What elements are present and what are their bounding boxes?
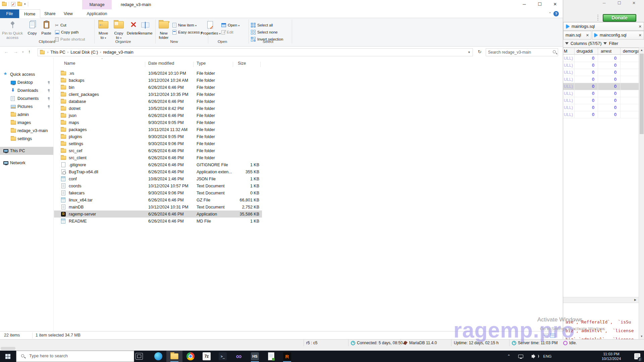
new-folder-shortcut-icon[interactable]: [17, 2, 22, 6]
horizontal-scrollbar[interactable]: ▶: [563, 297, 639, 303]
breadcrumb-current-folder[interactable]: redage_v3-main: [101, 49, 135, 56]
grid-row[interactable]: ULL) 0 0: [563, 97, 639, 104]
up-button[interactable]: ↑: [28, 49, 31, 54]
column-header-type[interactable]: Type: [197, 61, 206, 66]
close-icon[interactable]: [584, 33, 591, 38]
copy-path-button[interactable]: Copy path: [55, 29, 78, 35]
filter-dropdown[interactable]: Filter: [609, 41, 618, 46]
file-row[interactable]: settings 9/30/2024 9:06 PM File folder: [54, 140, 262, 147]
properties-button[interactable]: Properties: [201, 19, 219, 36]
sidebar-item-quick-access[interactable]: Quick access: [0, 70, 53, 78]
grid-row[interactable]: ULL) 0 0: [563, 111, 639, 118]
file-row[interactable]: linux_x64.tar 6/26/2024 6:46 PM GZ File …: [54, 196, 262, 203]
grid-row[interactable]: ULL) 0 0: [563, 55, 639, 62]
back-button[interactable]: ←: [4, 49, 9, 54]
scroll-right-icon[interactable]: ▶: [633, 297, 638, 303]
help-icon[interactable]: ?: [553, 11, 559, 16]
column-header-date[interactable]: Date modified: [148, 61, 174, 66]
tab-home[interactable]: Home: [19, 9, 40, 18]
sidebar-item-redage-v3-main[interactable]: redage_v3-main: [0, 127, 53, 135]
open-button[interactable]: Open: [221, 22, 239, 28]
file-row[interactable]: backups 10/12/2024 10:24 AM File folder: [54, 77, 262, 84]
taskbar-app-7zip[interactable]: 7z: [199, 351, 215, 362]
cut-button[interactable]: ✂Cut: [55, 22, 66, 28]
file-row[interactable]: src_cef 6/26/2024 6:46 PM File folder: [54, 147, 262, 154]
rename-button[interactable]: Rename: [137, 19, 154, 36]
close-button[interactable]: ✕: [547, 0, 563, 9]
taskbar-app-edge[interactable]: [150, 351, 166, 362]
file-row[interactable]: BugTrap-x64.dll 6/26/2024 6:46 PM Applic…: [54, 168, 262, 175]
sidebar-item-documents[interactable]: Documents: [0, 95, 53, 103]
sidebar-item-desktop[interactable]: Desktop: [0, 78, 53, 86]
taskbar-search-box[interactable]: [16, 351, 134, 362]
network-icon[interactable]: [516, 351, 526, 362]
refresh-button[interactable]: ↻: [476, 48, 484, 56]
file-row[interactable]: database 6/26/2024 6:46 PM File folder: [54, 98, 262, 105]
select-all-button[interactable]: Select all: [251, 22, 273, 28]
close-button[interactable]: ✕: [632, 1, 636, 5]
copy-button[interactable]: Copy: [25, 19, 39, 36]
scroll-up-icon[interactable]: ▲: [639, 48, 644, 53]
file-row[interactable]: fakecars 9/30/2024 9:06 PM Text Document…: [54, 189, 262, 196]
properties-shortcut-icon[interactable]: ✓: [11, 2, 15, 6]
edit-button[interactable]: Edit: [221, 29, 233, 35]
file-row[interactable]: .gitignore 6/26/2024 6:46 PM GITIGNORE F…: [54, 161, 262, 168]
file-row[interactable]: maps 9/30/2024 9:05 PM File folder: [54, 119, 262, 126]
taskbar-app-chrome[interactable]: [182, 351, 199, 362]
grid-row[interactable]: ULL) 0 0: [563, 69, 639, 76]
start-button[interactable]: [0, 351, 16, 362]
manage-contextual-label[interactable]: Manage: [82, 0, 112, 9]
address-dropdown-chevron-icon[interactable]: ▾: [468, 49, 470, 56]
minimize-button[interactable]: ─: [517, 0, 532, 9]
tab-file[interactable]: File: [0, 9, 19, 18]
file-row[interactable]: .vs 10/6/2024 10:10 PM File folder: [54, 70, 262, 77]
breadcrumb-this-pc[interactable]: This PC: [48, 49, 67, 56]
breadcrumb-local-disk[interactable]: Local Disk (C:): [68, 49, 100, 56]
sidebar-item-images[interactable]: images: [0, 119, 53, 127]
minimize-button[interactable]: ─: [603, 1, 606, 5]
file-row[interactable]: coords 10/12/2024 10:57 PM Text Document…: [54, 182, 262, 189]
file-row[interactable]: packages 10/11/2024 11:32 AM File folder: [54, 126, 262, 133]
grid-header[interactable]: arrest: [601, 49, 611, 54]
taskbar-app-heidisql[interactable]: HS: [247, 351, 263, 362]
query-tab-mainconfig[interactable]: mainconfig.sql: [592, 31, 644, 40]
customize-toolbar-chevron-icon[interactable]: ▾: [24, 2, 26, 6]
tab-share[interactable]: Share: [40, 9, 60, 18]
file-row[interactable]: client_packages 10/12/2024 10:35 PM File…: [54, 91, 262, 98]
sidebar-item-this-pc[interactable]: This PC: [0, 147, 53, 155]
tab-application-tools[interactable]: Application Tools: [82, 9, 112, 18]
sidebar-item-downloads[interactable]: Downloads: [0, 86, 53, 95]
recent-locations-chevron-icon[interactable]: ▾: [22, 50, 24, 54]
grid-row[interactable]: ULL) 0 0: [563, 76, 639, 83]
sidebar-item-admin[interactable]: admin: [0, 111, 53, 119]
collapse-ribbon-chevron-icon[interactable]: ⌃: [549, 12, 551, 15]
grid-row[interactable]: ULL) 0 0: [563, 62, 639, 69]
volume-icon[interactable]: [528, 351, 538, 362]
file-row[interactable]: dotnet 10/5/2024 8:42 PM File folder: [54, 105, 262, 112]
new-item-button[interactable]: New item: [172, 22, 197, 28]
new-folder-button[interactable]: ✦ New folder: [156, 19, 171, 40]
grid-row[interactable]: ULL) 0 0: [563, 104, 639, 111]
column-header-name[interactable]: Name: [64, 61, 75, 66]
select-none-button[interactable]: Select none: [251, 29, 278, 35]
donate-button[interactable]: Donate: [603, 14, 636, 22]
paste-button[interactable]: Paste: [40, 19, 53, 36]
language-indicator[interactable]: ENG: [541, 351, 554, 362]
chevron-down-icon[interactable]: [603, 42, 607, 45]
forward-button[interactable]: →: [13, 49, 18, 54]
tab-view[interactable]: View: [59, 9, 77, 18]
vertical-scrollbar[interactable]: ▲ ▼: [639, 48, 644, 339]
close-icon[interactable]: [637, 24, 644, 29]
file-row[interactable]: conf 10/8/2024 1:46 PM JSON File 1 KB: [54, 175, 262, 182]
file-row[interactable]: json 6/26/2024 6:46 PM File folder: [54, 112, 262, 119]
notification-center-button[interactable]: 2: [631, 351, 644, 362]
columns-dropdown[interactable]: Columns (57/57): [571, 41, 601, 46]
search-input[interactable]: [488, 49, 548, 55]
file-row[interactable]: src_client 6/26/2024 6:46 PM File folder: [54, 154, 262, 161]
file-row[interactable]: README 6/26/2024 6:46 PM MD File 1 KB: [54, 218, 262, 225]
file-row[interactable]: ragemp-server 6/26/2024 6:46 PM Applicat…: [54, 210, 262, 218]
close-icon[interactable]: [637, 33, 644, 38]
taskbar-app-explorer[interactable]: [166, 351, 182, 362]
grid-header[interactable]: drugaddi: [577, 49, 593, 54]
file-row[interactable]: bin 6/26/2024 6:46 PM File folder: [54, 84, 262, 91]
